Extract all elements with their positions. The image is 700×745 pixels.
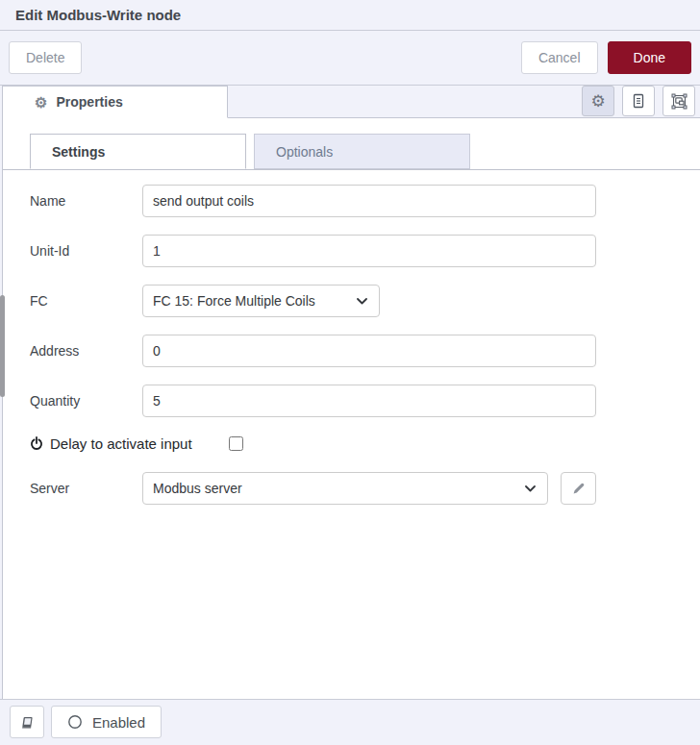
docs-button[interactable]: [10, 706, 44, 738]
quantity-label: Quantity: [30, 393, 142, 409]
delete-button[interactable]: Delete: [9, 41, 82, 74]
settings-tab-bar: Settings Optionals: [3, 118, 700, 170]
delay-checkbox[interactable]: [229, 436, 243, 451]
address-row: Address: [30, 335, 700, 367]
cancel-button[interactable]: Cancel: [521, 41, 598, 74]
chevron-down-icon: [357, 298, 367, 305]
document-icon: [631, 93, 646, 109]
enabled-label: Enabled: [92, 714, 145, 731]
fc-label: FC: [30, 293, 142, 309]
server-row: Server Modbus server: [30, 472, 700, 505]
server-select[interactable]: Modbus server: [142, 472, 548, 505]
properties-tab-row: ⚙ Properties ⚙: [3, 86, 700, 118]
unit-id-input[interactable]: [142, 235, 596, 267]
workspace-scrollbar-thumb[interactable]: [0, 295, 5, 397]
delay-row: Delay to activate input: [30, 435, 700, 452]
fc-select[interactable]: FC 15: Force Multiple Coils: [142, 285, 380, 317]
chevron-down-icon: [525, 485, 536, 492]
done-button[interactable]: Done: [608, 41, 691, 74]
editor-content: Settings Optionals Name Unit-Id FC FC 15…: [3, 118, 700, 699]
group-properties-button[interactable]: [662, 86, 695, 116]
circle-icon: [67, 714, 83, 730]
delay-label-text: Delay to activate input: [50, 435, 192, 452]
quantity-input[interactable]: [142, 385, 596, 417]
settings-form: Name Unit-Id FC FC 15: Force Multiple Co…: [3, 170, 700, 505]
enabled-toggle-button[interactable]: Enabled: [51, 706, 162, 738]
delay-label: Delay to activate input: [30, 435, 192, 452]
tab-optionals[interactable]: Optionals: [254, 134, 470, 169]
editor-panel: ⚙ Properties ⚙: [2, 86, 700, 699]
properties-tab-label: Properties: [56, 94, 122, 110]
server-label: Server: [30, 481, 142, 496]
tab-properties[interactable]: ⚙ Properties: [3, 86, 228, 118]
dialog-titlebar: Edit Modbus-Write node: [0, 0, 700, 31]
book-icon: [20, 715, 35, 730]
address-label: Address: [30, 343, 142, 359]
name-label: Name: [30, 193, 142, 209]
power-icon: [30, 436, 43, 451]
edit-server-button[interactable]: [561, 472, 596, 505]
tab-settings[interactable]: Settings: [30, 134, 246, 169]
dialog-title: Edit Modbus-Write node: [15, 7, 181, 23]
group-select-icon: [671, 93, 688, 110]
unit-id-label: Unit-Id: [30, 243, 142, 259]
properties-view-button[interactable]: ⚙: [582, 86, 614, 116]
address-input[interactable]: [142, 335, 596, 367]
server-selected-value: Modbus server: [153, 481, 242, 496]
gear-icon: ⚙: [590, 93, 605, 110]
dialog-toolbar: Delete Cancel Done: [0, 31, 700, 86]
dialog-footer: Enabled: [0, 699, 700, 744]
quantity-row: Quantity: [30, 385, 700, 417]
name-input[interactable]: [142, 185, 596, 217]
fc-selected-value: FC 15: Force Multiple Coils: [153, 293, 315, 309]
fc-row: FC FC 15: Force Multiple Coils: [30, 285, 700, 317]
name-row: Name: [30, 185, 700, 217]
pencil-icon: [572, 482, 586, 495]
description-view-button[interactable]: [622, 86, 655, 116]
unit-id-row: Unit-Id: [30, 235, 700, 267]
gear-icon: ⚙: [35, 95, 47, 110]
